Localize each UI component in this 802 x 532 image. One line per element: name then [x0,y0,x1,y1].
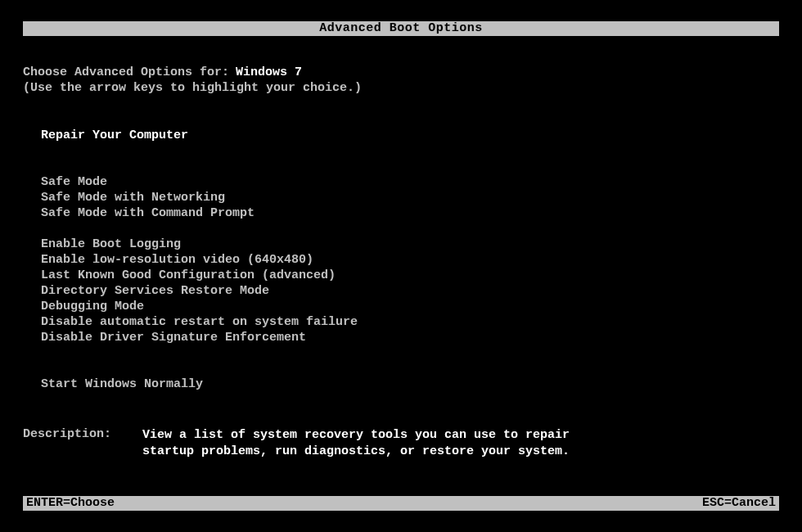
menu-item-disable-driver-sig[interactable]: Disable Driver Signature Enforcement [41,330,779,345]
description-label: Description: [23,427,111,460]
menu-separator [41,221,779,237]
page-title: Advanced Boot Options [319,21,483,35]
menu-item-start-normally[interactable]: Start Windows Normally [41,376,779,392]
boot-menu: Repair Your Computer Safe Mode Safe Mode… [41,128,779,392]
footer-cancel-hint: ESC=Cancel [702,496,779,511]
menu-item-last-known-good[interactable]: Last Known Good Configuration (advanced) [41,268,779,283]
description-text: View a list of system recovery tools you… [142,427,570,460]
menu-item-low-res-video[interactable]: Enable low-resolution video (640x480) [41,252,779,268]
description-block: Description: View a list of system recov… [23,427,779,460]
description-line-2: startup problems, run diagnostics, or re… [142,444,570,460]
description-line-1: View a list of system recovery tools you… [142,427,570,444]
footer-choose-hint: ENTER=Choose [23,496,115,511]
menu-separator [41,345,779,376]
menu-item-safe-mode-networking[interactable]: Safe Mode with Networking [41,190,779,205]
prompt-line: Choose Advanced Options for: Windows 7 [23,65,779,79]
menu-item-debugging[interactable]: Debugging Mode [41,299,779,314]
menu-item-disable-auto-restart[interactable]: Disable automatic restart on system fail… [41,314,779,330]
hint-text: (Use the arrow keys to highlight your ch… [23,81,779,95]
menu-item-safe-mode[interactable]: Safe Mode [41,174,779,190]
menu-item-repair[interactable]: Repair Your Computer [41,128,779,143]
content-area: Choose Advanced Options for: Windows 7 (… [23,41,779,392]
menu-item-directory-services[interactable]: Directory Services Restore Mode [41,283,779,299]
prompt-label: Choose Advanced Options for: [23,65,229,79]
menu-separator [41,143,779,174]
title-bar: Advanced Boot Options [23,21,779,36]
menu-item-safe-mode-cmd[interactable]: Safe Mode with Command Prompt [41,205,779,221]
footer-bar: ENTER=Choose ESC=Cancel [23,496,779,511]
os-name: Windows 7 [236,65,302,79]
menu-item-boot-logging[interactable]: Enable Boot Logging [41,237,779,252]
